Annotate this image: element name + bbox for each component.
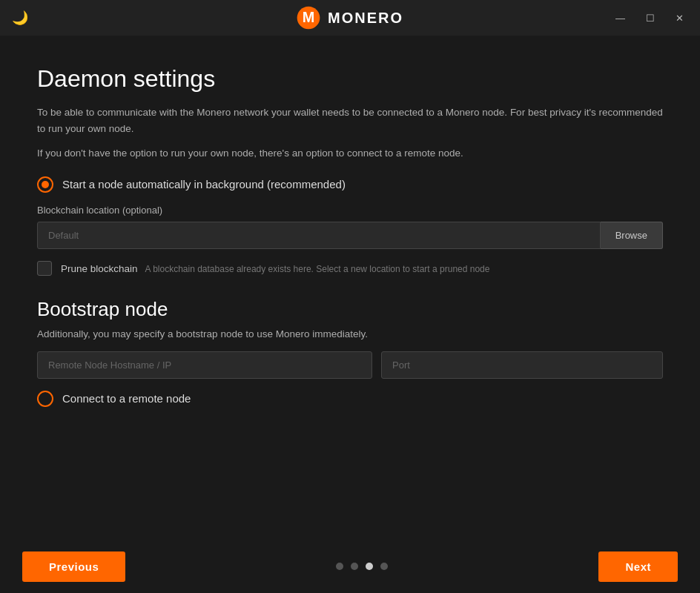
blockchain-path-input[interactable] [37, 222, 601, 249]
dot-3 [366, 563, 373, 570]
prune-label: Prune blockchain A blockchain database a… [61, 262, 489, 274]
previous-button[interactable]: Previous [22, 551, 125, 582]
dot-4 [380, 563, 388, 570]
prune-checkbox[interactable] [37, 261, 52, 276]
bootstrap-inputs [37, 351, 663, 379]
radio-remote-circle [37, 391, 53, 407]
radio-remote-node[interactable]: Connect to a remote node [37, 391, 663, 407]
bootstrap-title: Bootstrap node [37, 298, 663, 321]
dot-2 [351, 563, 358, 570]
dot-1 [336, 563, 343, 570]
next-button[interactable]: Next [598, 551, 678, 582]
monero-logo: M [297, 6, 320, 30]
close-button[interactable]: ✕ [671, 10, 688, 26]
radio-auto-node[interactable]: Start a node automatically in background… [37, 176, 663, 193]
radio-auto-label: Start a node automatically in background… [62, 178, 346, 191]
window-controls: — ☐ ✕ [611, 10, 688, 26]
titlebar-center: M MONERO [297, 6, 403, 30]
main-content: Daemon settings To be able to communicat… [0, 36, 700, 434]
moon-icon: 🌙 [12, 10, 28, 25]
moon-icon-area: 🌙 [12, 10, 42, 26]
svg-text:M: M [303, 9, 315, 25]
pagination-dots [336, 563, 388, 570]
description-1: To be able to communicate with the Moner… [37, 105, 663, 136]
minimize-button[interactable]: — [611, 10, 630, 26]
radio-remote-label: Connect to a remote node [62, 392, 191, 405]
prune-label-text: Prune blockchain [61, 263, 138, 274]
blockchain-input-row: Browse [37, 222, 663, 249]
app-title: MONERO [328, 10, 403, 27]
footer: Previous Next [0, 540, 700, 593]
port-input[interactable] [381, 351, 663, 379]
bootstrap-desc: Additionally, you may specify a bootstra… [37, 328, 663, 339]
blockchain-location-section: Blockchain location (optional) Browse [37, 205, 663, 249]
hostname-input[interactable] [37, 351, 372, 379]
browse-button[interactable]: Browse [601, 222, 663, 249]
prune-row: Prune blockchain A blockchain database a… [37, 261, 663, 276]
titlebar: 🌙 M MONERO — ☐ ✕ [0, 0, 700, 36]
radio-auto-circle [37, 176, 53, 193]
prune-note: A blockchain database already exists her… [145, 264, 489, 274]
maximize-button[interactable]: ☐ [641, 10, 659, 26]
description-2: If you don't have the option to run your… [37, 145, 663, 162]
page-title: Daemon settings [37, 65, 663, 93]
blockchain-label: Blockchain location (optional) [37, 205, 663, 216]
